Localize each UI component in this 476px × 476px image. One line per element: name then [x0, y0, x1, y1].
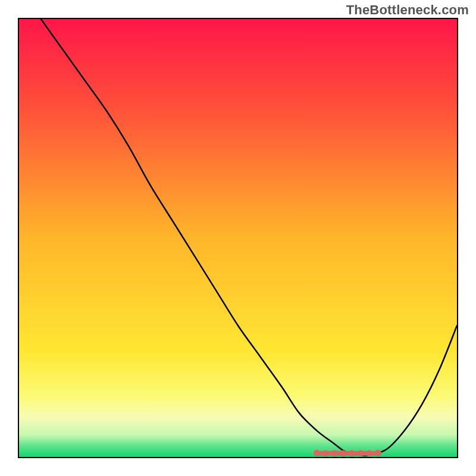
- plot-frame: [18, 18, 458, 458]
- watermark-text: TheBottleneck.com: [346, 2, 469, 18]
- marker-dot: [366, 450, 372, 457]
- marker-dot: [375, 450, 381, 456]
- marker-dot: [340, 450, 346, 457]
- marker-dot: [322, 450, 329, 457]
- gradient-bg: [19, 19, 457, 457]
- marker-dot: [349, 450, 355, 457]
- marker-dot: [314, 450, 320, 456]
- marker-dot: [331, 450, 337, 457]
- marker-dot: [358, 450, 364, 457]
- stage: TheBottleneck.com: [0, 0, 476, 476]
- chart-canvas: [19, 19, 457, 457]
